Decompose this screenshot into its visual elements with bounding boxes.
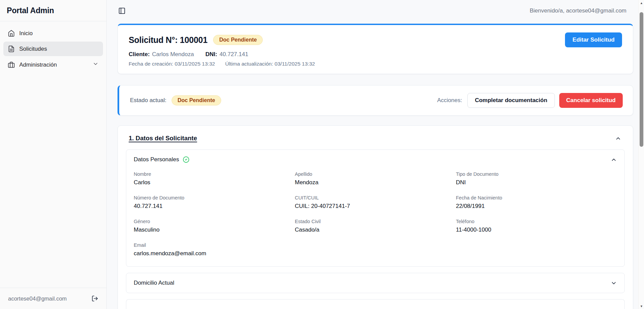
data-field: Email carlos.mendoza@email.com [134, 242, 295, 257]
cancel-request-button[interactable]: Cancelar solicitud [559, 93, 623, 108]
data-field: Estado Civil Casado/a [295, 219, 456, 233]
next-subsection-partial[interactable] [126, 299, 625, 309]
logout-icon[interactable] [92, 295, 98, 302]
request-title: Solicitud N°: 100001 [129, 35, 207, 45]
field-value: DNI [456, 179, 617, 186]
field-value: carlos.mendoza@email.com [134, 250, 295, 257]
personal-data-body: Nombre Carlos Apellido Mendoza [126, 169, 624, 266]
sidebar-item-label: Solicitudes [19, 46, 47, 52]
data-field: CUIT/CUIL CUIL: 20-40727141-7 [295, 195, 456, 210]
vertical-scrollbar[interactable]: ▲ ▼ [638, 0, 644, 309]
sidebar-item-administracion[interactable]: Administración [3, 57, 103, 72]
client-pair: Cliente:Carlos Mendoza [129, 51, 194, 58]
client-name: Carlos Mendoza [152, 51, 194, 57]
scroll-up-arrow-icon[interactable]: ▲ [639, 1, 644, 5]
content: Solicitud N°: 100001 Doc Pendiente Edita… [107, 22, 644, 309]
field-value: 40.727.141 [134, 203, 295, 210]
client-info-row: Cliente:Carlos Mendoza DNI:40.727.141 [129, 51, 622, 58]
main-area: Bienvenido/a, acortese04@gmail.com Solic… [107, 0, 644, 309]
dni-value: 40.727.141 [220, 51, 248, 57]
domicile-subsection: Domicilio Actual [126, 273, 625, 293]
personal-data-header[interactable]: Datos Personales [126, 150, 624, 169]
sidebar-nav: Inicio Solicitudes Administración [0, 21, 106, 288]
field-value: Carlos [134, 179, 295, 186]
status-card: Estado actual: Doc Pendiente Acciones: C… [118, 85, 633, 116]
actions-group: Acciones: Completar documentación Cancel… [437, 93, 623, 108]
sidebar-header: Portal Admin [0, 0, 106, 21]
data-field: Teléfono 11-4000-1000 [456, 219, 617, 233]
field-value: CUIL: 20-40727141-7 [295, 203, 456, 210]
status-label: Estado actual: [130, 97, 166, 104]
applicant-section-header[interactable]: 1. Datos del Solicitante [126, 133, 625, 149]
chevron-up-icon [615, 135, 621, 142]
data-field: Fecha de Nacimiento 22/08/1991 [456, 195, 617, 210]
sidebar-item-label: Administración [19, 62, 57, 68]
client-label: Cliente: [129, 51, 150, 57]
field-label: Género [134, 219, 295, 224]
sidebar-item-label: Inicio [19, 30, 33, 37]
field-label: Nombre [134, 171, 295, 177]
complete-documentation-button[interactable]: Completar documentación [467, 93, 555, 108]
topbar: Bienvenido/a, acortese04@gmail.com [107, 0, 644, 22]
app-title: Portal Admin [7, 6, 54, 15]
domicile-title: Domicilio Actual [134, 280, 174, 286]
portal-admin-app: Portal Admin Inicio Solicitudes Administ… [0, 0, 644, 309]
field-value: Casado/a [295, 227, 456, 233]
panel-left-icon [118, 7, 126, 15]
request-header-card: Solicitud N°: 100001 Doc Pendiente Edita… [118, 24, 633, 74]
field-value: 11-4000-1000 [456, 227, 617, 233]
sidebar: Portal Admin Inicio Solicitudes Administ… [0, 0, 107, 309]
data-field: Tipo de Documento DNI [456, 171, 617, 186]
briefcase-icon [8, 61, 15, 68]
field-label: Teléfono [456, 219, 617, 224]
sidebar-toggle-button[interactable] [118, 6, 126, 15]
applicant-section-title: 1. Datos del Solicitante [129, 135, 197, 142]
chevron-down-icon [611, 280, 617, 286]
data-field: Género Masculino [134, 219, 295, 233]
sidebar-item-solicitudes[interactable]: Solicitudes [3, 42, 103, 56]
field-label: Tipo de Documento [456, 171, 617, 177]
personal-data-title: Datos Personales [134, 156, 179, 163]
sidebar-footer: acortese04@gmail.com [0, 288, 106, 309]
welcome-text: Bienvenido/a, acortese04@gmail.com [530, 7, 626, 14]
field-value: 22/08/1991 [456, 203, 617, 210]
field-value: Masculino [134, 227, 295, 233]
updated-date: Última actualización: 03/11/2025 13:32 [225, 61, 315, 67]
status-badge: Doc Pendiente [172, 95, 221, 105]
scroll-down-arrow-icon[interactable]: ▼ [639, 305, 644, 308]
field-label: Email [134, 242, 295, 248]
domicile-header[interactable]: Domicilio Actual [126, 273, 624, 293]
applicant-section-card: 1. Datos del Solicitante Datos Personale… [118, 125, 633, 309]
dates-row: Fecha de creación: 03/11/2025 13:32 Últi… [129, 61, 622, 67]
field-label: Estado Civil [295, 219, 456, 224]
status-badge: Doc Pendiente [213, 35, 263, 45]
field-label: Apellido [295, 171, 456, 177]
field-label: Número de Documento [134, 195, 295, 200]
created-date: Fecha de creación: 03/11/2025 13:32 [129, 61, 215, 67]
request-title-row: Solicitud N°: 100001 Doc Pendiente Edita… [129, 32, 622, 47]
check-circle-icon [183, 156, 189, 163]
file-text-icon [8, 45, 15, 52]
field-label: CUIT/CUIL [295, 195, 456, 200]
data-field: Apellido Mendoza [295, 171, 456, 186]
chevron-up-icon [611, 157, 617, 163]
personal-data-subsection: Datos Personales Nom [126, 149, 625, 267]
user-email: acortese04@gmail.com [8, 295, 67, 302]
data-field: Nombre Carlos [134, 171, 295, 186]
field-value: Mendoza [295, 179, 456, 186]
sidebar-item-inicio[interactable]: Inicio [3, 26, 103, 41]
field-label: Fecha de Nacimiento [456, 195, 617, 200]
edit-request-button[interactable]: Editar Solicitud [565, 32, 622, 47]
dni-label: DNI: [205, 51, 217, 57]
scrollbar-thumb[interactable] [640, 12, 643, 147]
personal-data-grid: Nombre Carlos Apellido Mendoza [134, 171, 617, 257]
home-icon [8, 30, 15, 37]
dni-pair: DNI:40.727.141 [205, 51, 248, 58]
actions-label: Acciones: [437, 97, 462, 104]
data-field: Número de Documento 40.727.141 [134, 195, 295, 210]
chevron-down-icon [93, 61, 99, 69]
